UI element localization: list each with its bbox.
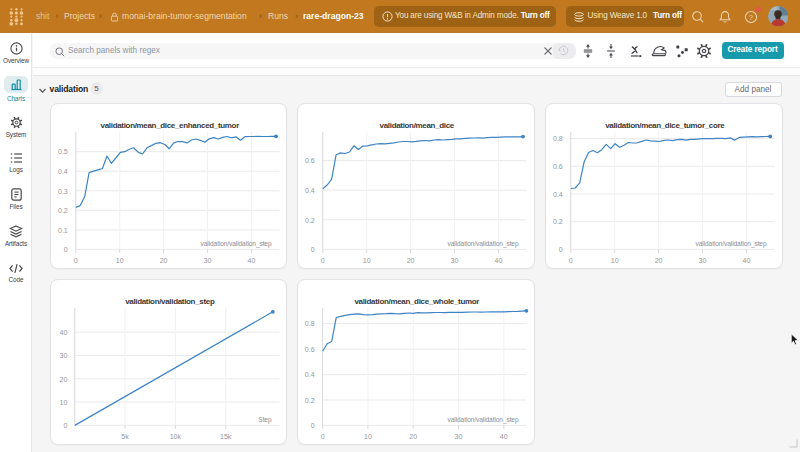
svg-text:20: 20 [59,376,67,384]
svg-text:validation/mean_dice_whole_tum: validation/mean_dice_whole_tumor [355,297,480,306]
svg-text:20: 20 [159,257,167,265]
svg-text:0.3: 0.3 [58,188,68,196]
svg-text:10: 10 [59,399,67,407]
svg-text:0.5: 0.5 [58,149,68,157]
svg-text:20: 20 [407,257,415,265]
svg-text:validation/validation_step: validation/validation_step [448,240,519,248]
svg-text:validation/mean_dice: validation/mean_dice [380,121,455,130]
svg-text:20: 20 [409,433,417,441]
svg-text:10: 10 [115,257,123,265]
svg-text:0: 0 [559,247,563,255]
svg-text:validation/validation_step: validation/validation_step [200,240,271,248]
svg-text:40: 40 [500,433,508,441]
svg-text:validation/validation_step: validation/validation_step [448,416,519,424]
svg-text:10k: 10k [169,433,181,441]
svg-text:40: 40 [742,257,750,265]
svg-text:20: 20 [655,257,663,265]
svg-text:40: 40 [247,257,255,265]
svg-text:0: 0 [63,247,67,255]
svg-text:10: 10 [363,257,371,265]
svg-text:0.4: 0.4 [553,191,563,199]
svg-text:30: 30 [203,257,211,265]
svg-text:30: 30 [59,352,67,360]
svg-text:0.4: 0.4 [305,372,315,380]
svg-text:0.2: 0.2 [58,207,68,215]
svg-text:0: 0 [321,257,325,265]
svg-text:40: 40 [495,257,503,265]
svg-text:0.2: 0.2 [305,397,315,405]
svg-text:0.2: 0.2 [553,219,563,227]
svg-text:30: 30 [455,433,463,441]
svg-text:0.8: 0.8 [305,321,315,329]
svg-text:0: 0 [63,422,67,430]
svg-text:0.8: 0.8 [553,136,563,144]
svg-text:10: 10 [611,257,619,265]
svg-text:0: 0 [569,257,573,265]
svg-text:Step: Step [258,416,272,424]
svg-text:validation/mean_dice_tumor_cor: validation/mean_dice_tumor_core [605,121,725,130]
svg-text:0: 0 [311,422,315,430]
svg-text:0.1: 0.1 [58,227,68,235]
svg-text:0.6: 0.6 [305,158,315,166]
svg-text:0.4: 0.4 [305,187,315,195]
svg-text:0.4: 0.4 [58,168,68,176]
svg-text:validation/validation_step: validation/validation_step [125,297,215,306]
svg-text:40: 40 [59,329,67,337]
svg-text:30: 30 [451,257,459,265]
svg-text:10: 10 [364,433,372,441]
svg-text:15k: 15k [220,433,232,441]
svg-text:30: 30 [699,257,707,265]
svg-text:validation/validation_step: validation/validation_step [696,240,767,248]
svg-text:0: 0 [73,257,77,265]
svg-text:validation/mean_dice_enhanced_: validation/mean_dice_enhanced_tumor [100,121,239,130]
svg-text:0.6: 0.6 [553,163,563,171]
svg-text:0.6: 0.6 [305,346,315,354]
svg-text:0.2: 0.2 [305,217,315,225]
svg-text:0: 0 [321,433,325,441]
svg-text:?: ? [748,12,753,21]
svg-text:5k: 5k [121,433,129,441]
svg-text:0: 0 [311,247,315,255]
